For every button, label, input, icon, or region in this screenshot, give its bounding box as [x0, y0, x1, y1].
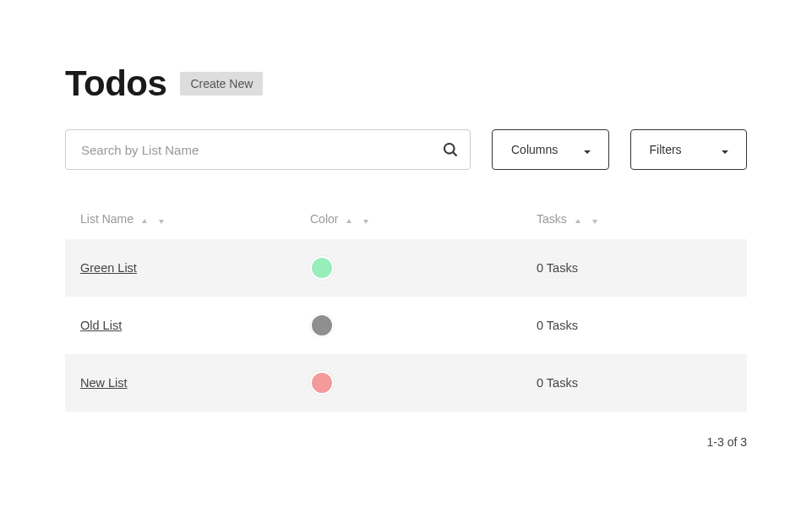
column-header-tasks-label: Tasks [537, 212, 567, 226]
search-input[interactable] [65, 129, 471, 170]
column-header-name[interactable]: List Name [80, 212, 310, 226]
list-name-link[interactable]: Old List [80, 319, 122, 332]
svg-line-1 [453, 152, 456, 156]
table-row: Green List 0 Tasks [65, 239, 747, 297]
chevron-down-icon [721, 145, 729, 154]
color-swatch [310, 256, 334, 280]
column-header-color[interactable]: Color [310, 212, 537, 226]
column-header-tasks[interactable]: Tasks [537, 212, 732, 226]
columns-label: Columns [511, 143, 558, 156]
list-name-link[interactable]: Green List [80, 261, 137, 275]
filters-dropdown[interactable]: Filters [630, 129, 748, 170]
sort-desc-icon[interactable] [362, 215, 370, 223]
lists-table: List Name Color Tasks Green List 0 Tasks [65, 212, 747, 412]
search-icon [442, 141, 459, 158]
column-header-name-label: List Name [80, 212, 134, 226]
table-row: Old List 0 Tasks [65, 297, 747, 354]
sort-desc-icon[interactable] [157, 215, 166, 223]
sort-asc-icon[interactable] [574, 215, 582, 223]
pagination-text: 1-3 of 3 [65, 435, 747, 449]
tasks-count: 0 Tasks [537, 319, 732, 332]
sort-asc-icon[interactable] [140, 215, 149, 223]
filters-label: Filters [650, 143, 682, 156]
table-row: New List 0 Tasks [65, 354, 747, 412]
color-swatch [310, 371, 334, 395]
search-container [65, 129, 471, 170]
chevron-down-icon [583, 145, 591, 154]
svg-point-0 [444, 144, 455, 154]
create-new-button[interactable]: Create New [180, 72, 263, 96]
sort-asc-icon[interactable] [345, 215, 353, 223]
tasks-count: 0 Tasks [537, 376, 732, 390]
tasks-count: 0 Tasks [537, 261, 732, 275]
color-swatch [310, 314, 334, 337]
column-header-color-label: Color [310, 212, 338, 226]
sort-desc-icon[interactable] [591, 215, 599, 223]
table-header: List Name Color Tasks [65, 212, 747, 239]
page-title: Todos [65, 63, 166, 104]
columns-dropdown[interactable]: Columns [492, 129, 609, 170]
list-name-link[interactable]: New List [80, 376, 128, 390]
